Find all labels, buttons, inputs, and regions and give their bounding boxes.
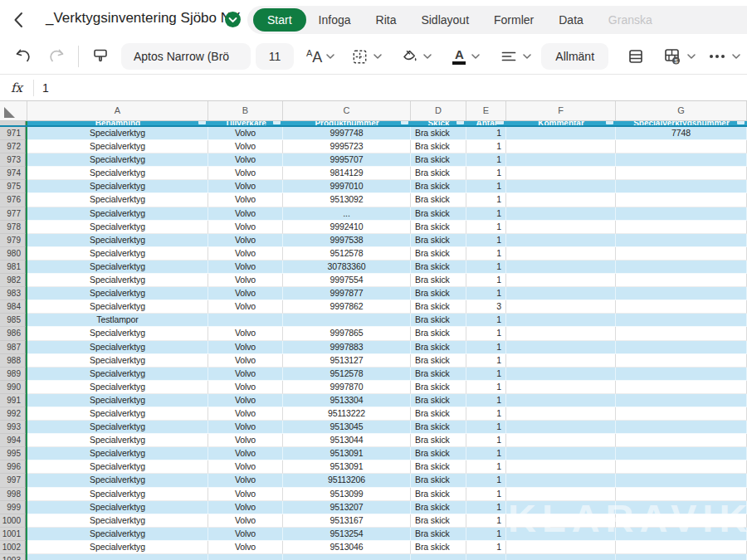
cell-A988[interactable]: Specialverktyg	[27, 354, 208, 368]
cell-D996[interactable]: Bra skick	[411, 460, 466, 474]
row-number[interactable]: 993	[0, 421, 26, 434]
cell-B1002[interactable]: Volvo	[208, 541, 283, 554]
column-header-G[interactable]: G	[616, 101, 747, 120]
font-color-dropdown[interactable]: A	[451, 48, 480, 65]
filter-dropdown-icon[interactable]	[737, 121, 745, 124]
cell-B995[interactable]: Volvo	[208, 447, 283, 460]
cell-A971[interactable]: Specialverktyg	[27, 127, 208, 140]
cell-B993[interactable]: Volvo	[208, 421, 283, 434]
cell-A1003[interactable]	[27, 554, 208, 560]
cell-D984[interactable]: Bra skick	[411, 300, 466, 314]
row-number[interactable]: 990	[0, 381, 26, 394]
cell-A983[interactable]: Specialverktyg	[27, 287, 208, 300]
row-number[interactable]: 1000	[0, 514, 26, 528]
cell-C990[interactable]: 9997870	[283, 381, 411, 394]
cell-B988[interactable]: Volvo	[208, 354, 283, 368]
cell-D975[interactable]: Bra skick	[411, 180, 466, 193]
row-number[interactable]: 997	[0, 474, 26, 487]
cell-C987[interactable]: 9997883	[283, 341, 411, 354]
cell-D977[interactable]: Bra skick	[411, 207, 466, 221]
cell-E992[interactable]: 1	[466, 407, 506, 421]
row-number[interactable]: 996	[0, 460, 26, 474]
frozen-header-cell[interactable]: Skick	[411, 121, 466, 125]
row-number[interactable]: 975	[0, 180, 26, 193]
cell-C1003[interactable]	[283, 554, 411, 560]
frozen-header-cell[interactable]: Antal	[466, 121, 506, 125]
cell-B985[interactable]	[208, 314, 283, 327]
cell-E999[interactable]: 1	[466, 501, 506, 514]
row-number[interactable]: 986	[0, 327, 26, 340]
row-number[interactable]: 983	[0, 287, 26, 300]
cell-G975[interactable]	[616, 180, 747, 193]
cell-F992[interactable]	[506, 407, 616, 421]
cell-A1000[interactable]: Specialverktyg	[27, 514, 208, 528]
row-number[interactable]: 1002	[0, 541, 26, 554]
cell-E996[interactable]: 1	[466, 460, 506, 474]
cell-F977[interactable]	[506, 207, 616, 221]
cell-B977[interactable]: Volvo	[208, 207, 283, 221]
cell-E975[interactable]: 1	[466, 180, 506, 193]
cell-B1001[interactable]: Volvo	[208, 528, 283, 541]
cell-A992[interactable]: Specialverktyg	[27, 407, 208, 421]
cell-G1000[interactable]	[616, 514, 747, 528]
filter-dropdown-icon[interactable]	[273, 121, 281, 124]
column-header-F[interactable]: F	[506, 101, 616, 120]
cell-E995[interactable]: 1	[466, 447, 506, 460]
cell-F999[interactable]	[506, 501, 616, 514]
redo-button[interactable]	[46, 46, 66, 66]
column-header-B[interactable]: B	[208, 101, 283, 120]
filter-dropdown-icon[interactable]	[401, 121, 408, 124]
cell-D981[interactable]: Bra skick	[411, 261, 466, 274]
cell-C992[interactable]: 95113222	[283, 407, 411, 421]
cell-G986[interactable]	[616, 327, 747, 340]
row-number[interactable]: 976	[0, 193, 26, 207]
row-number[interactable]: 974	[0, 167, 26, 180]
font-name-selector[interactable]: Aptos Narrow (Brö	[121, 43, 251, 70]
cell-A996[interactable]: Specialverktyg	[27, 460, 208, 474]
cell-C979[interactable]: 9997538	[283, 234, 411, 247]
cell-B997[interactable]: Volvo	[208, 474, 283, 487]
cell-G988[interactable]	[616, 354, 747, 368]
cell-G981[interactable]	[616, 261, 747, 274]
cell-G972[interactable]	[616, 140, 747, 153]
cell-B972[interactable]: Volvo	[208, 140, 283, 153]
tab-data[interactable]: Data	[546, 13, 596, 27]
cell-F974[interactable]	[506, 167, 616, 180]
cell-C1002[interactable]: 9513046	[283, 541, 411, 554]
cell-B992[interactable]: Volvo	[208, 407, 283, 421]
cell-C993[interactable]: 9513045	[283, 421, 411, 434]
cell-G985[interactable]	[616, 314, 747, 327]
cell-C981[interactable]: 30783360	[283, 261, 411, 274]
cell-style-dropdown[interactable]: $	[662, 46, 696, 67]
cell-E994[interactable]: 1	[466, 434, 506, 447]
cell-G984[interactable]	[616, 300, 747, 314]
cell-C971[interactable]: 9997748	[283, 127, 411, 140]
cell-C986[interactable]: 9997865	[283, 327, 411, 340]
cell-B984[interactable]: Volvo	[208, 300, 283, 314]
cell-F979[interactable]	[506, 234, 616, 247]
cell-G974[interactable]	[616, 167, 747, 180]
cell-G983[interactable]	[616, 287, 747, 300]
row-number[interactable]: 979	[0, 234, 26, 247]
cell-A991[interactable]: Specialverktyg	[27, 394, 208, 407]
row-number[interactable]: 980	[0, 247, 26, 261]
cell-G990[interactable]	[616, 381, 747, 394]
cell-F994[interactable]	[506, 434, 616, 447]
cell-D976[interactable]: Bra skick	[411, 193, 466, 207]
cell-A998[interactable]: Specialverktyg	[27, 488, 208, 501]
cell-F990[interactable]	[506, 381, 616, 394]
cell-D973[interactable]: Bra skick	[411, 153, 466, 167]
cell-F986[interactable]	[506, 327, 616, 340]
cell-D1002[interactable]: Bra skick	[411, 541, 466, 554]
cell-B971[interactable]: Volvo	[208, 127, 283, 140]
cell-B990[interactable]: Volvo	[208, 381, 283, 394]
cell-D990[interactable]: Bra skick	[411, 381, 466, 394]
column-header-E[interactable]: E	[466, 101, 506, 120]
cell-C976[interactable]: 9513092	[283, 193, 411, 207]
cell-C995[interactable]: 9513091	[283, 447, 411, 460]
cell-F989[interactable]	[506, 368, 616, 381]
cell-E972[interactable]: 1	[466, 140, 506, 153]
cell-E973[interactable]: 1	[466, 153, 506, 167]
cell-B974[interactable]: Volvo	[208, 167, 283, 180]
cell-D974[interactable]: Bra skick	[411, 167, 466, 180]
